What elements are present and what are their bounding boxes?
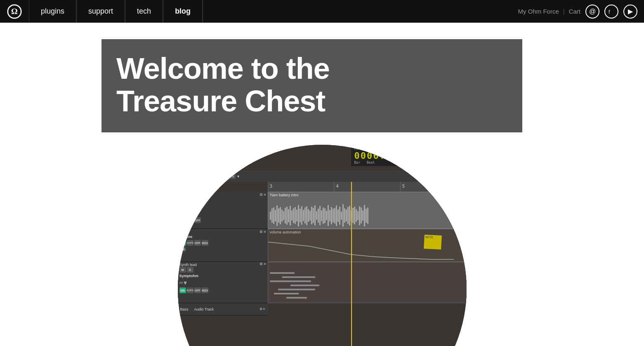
track2-icons: ⚙ ≡ xyxy=(178,229,268,235)
track3-midi-btn[interactable]: MIDI xyxy=(202,287,208,293)
wave-bar xyxy=(326,211,327,220)
wave-bar xyxy=(293,208,294,223)
track1-plugin-row: None ▾ xyxy=(178,211,268,217)
wave-bar xyxy=(347,207,349,224)
track3-mute-btn[interactable]: M xyxy=(179,267,186,273)
auto-dropdown-arrow: ▾ xyxy=(237,174,239,179)
youtube-icon[interactable]: ▶ xyxy=(623,5,637,19)
playhead-line xyxy=(351,182,352,346)
track-header-4: Bass Audio Track ⚙ ≡ xyxy=(178,303,268,315)
nav-link-blog[interactable]: blog xyxy=(163,0,203,23)
track1-off-btn[interactable]: OFF xyxy=(194,217,201,223)
track2-on-btn[interactable]: ON xyxy=(179,240,186,246)
measures-label: Measures xyxy=(354,146,463,151)
my-ohm-force-link[interactable]: My Ohm Force xyxy=(518,8,559,15)
daw-circle-container: Measures 0006. 1. 2. 040 Bar Beat Snap R… xyxy=(0,145,644,346)
wave-bar xyxy=(357,211,359,220)
timeline-mark-3: 3 xyxy=(268,182,334,192)
waveform-1 xyxy=(270,204,465,227)
midi-note xyxy=(282,276,315,278)
wave-bar xyxy=(281,209,283,222)
wave-bar xyxy=(301,206,302,225)
nav-link-plugins[interactable]: plugins xyxy=(29,0,76,23)
track1-mute-btn[interactable]: M xyxy=(179,203,186,209)
wave-bar xyxy=(362,210,363,221)
track1-on-btn[interactable]: ON xyxy=(179,217,186,223)
nav-link-tech[interactable]: tech xyxy=(125,0,163,23)
wave-bar xyxy=(270,212,271,220)
track2-midi-btn[interactable]: MIDI xyxy=(202,240,208,246)
automation-region-name: volume automation xyxy=(268,229,466,235)
wave-bar xyxy=(354,207,355,224)
midi-note xyxy=(274,293,299,294)
track3-all-label: All xyxy=(179,281,183,285)
wave-bar xyxy=(328,205,329,226)
track2-add-btn[interactable]: +▾ xyxy=(179,247,186,252)
track1-auto-btn[interactable]: AUTO xyxy=(187,217,193,223)
wave-bar xyxy=(367,207,368,224)
wave-bar xyxy=(275,210,276,221)
logo[interactable]: Ω xyxy=(0,4,29,19)
email-icon[interactable]: @ xyxy=(585,5,599,19)
wave-bar xyxy=(288,209,289,222)
wave-bar xyxy=(278,208,279,223)
midi-note xyxy=(270,280,311,282)
wave-bar xyxy=(298,205,299,226)
wave-bar xyxy=(313,208,314,223)
wave-bar xyxy=(361,207,362,224)
track2-auto-btn[interactable]: AUTO xyxy=(187,240,193,246)
wave-bar xyxy=(300,209,301,222)
wave-bar xyxy=(308,209,309,222)
auto-dropdown[interactable]: AUTO 1/4 xyxy=(214,174,236,179)
wave-bar xyxy=(321,210,322,221)
plugin-arrow-1: ▾ xyxy=(188,212,190,216)
track1-solo-btn[interactable]: S xyxy=(187,203,193,209)
wave-bar xyxy=(349,206,350,226)
daw-screenshot-circle: Measures 0006. 1. 2. 040 Bar Beat Snap R… xyxy=(178,145,467,346)
track1-icons: ⚙ ≡ xyxy=(178,192,268,198)
svg-text:f: f xyxy=(609,9,610,14)
wave-bar xyxy=(329,210,330,221)
wave-bar xyxy=(356,209,357,222)
wave-bar xyxy=(271,208,273,223)
wave-bar xyxy=(286,207,288,225)
track4-icons: ⚙ ≡ xyxy=(259,307,265,311)
track3-solo-btn[interactable]: S xyxy=(187,267,193,273)
bass-label: Bass xyxy=(180,307,189,311)
facebook-icon[interactable]: f xyxy=(604,5,618,19)
nav-separator: | xyxy=(563,8,565,15)
daw-transport: Measures 0006. 1. 2. 040 Bar Beat xyxy=(351,145,467,166)
track-header-2: ⚙ ≡ Volume ON AUTO OFF MIDI +▾ xyxy=(178,229,268,262)
wave-bar xyxy=(366,209,367,223)
track2-off-btn[interactable]: OFF xyxy=(194,240,201,246)
track-header-1: ⚙ ≡ Audio Track M S None ▾ ON AUTO OFF xyxy=(178,192,268,229)
wave-bar xyxy=(336,205,337,226)
wave-bar xyxy=(324,208,326,223)
midi-note xyxy=(270,272,295,274)
snap-button[interactable]: Snap xyxy=(181,173,196,179)
wave-bar xyxy=(273,207,274,224)
hero-title-line1: Welcome to the xyxy=(116,52,330,85)
track3-arrow: ▾ xyxy=(184,279,187,287)
track3-off-btn[interactable]: OFF xyxy=(194,287,201,293)
daw-bar-beat: Bar Beat xyxy=(354,161,463,165)
nav-link-support[interactable]: support xyxy=(77,0,125,23)
wave-bar xyxy=(352,208,354,223)
sticky-note: NOTE xyxy=(424,235,442,249)
cart-link[interactable]: Cart xyxy=(569,8,580,15)
nav-right-area: My Ohm Force | Cart @ f ▶ xyxy=(518,5,644,19)
wave-bar xyxy=(333,209,334,222)
track3-on-btn[interactable]: ON xyxy=(179,287,186,293)
wave-bar xyxy=(346,209,347,221)
midi-region xyxy=(268,262,467,303)
region-name-1: Tiam battery intro xyxy=(268,192,466,198)
track1-plugin: None xyxy=(179,212,187,216)
wave-bar xyxy=(334,208,335,224)
wave-bar xyxy=(339,207,340,225)
wave-bar xyxy=(296,209,297,221)
midi-note xyxy=(290,285,319,286)
wave-bar xyxy=(344,208,345,223)
track3-auto-btn[interactable]: AUTO xyxy=(187,287,193,293)
daw-timeline: 3 4 5 xyxy=(268,182,467,192)
wave-bar xyxy=(290,206,291,226)
